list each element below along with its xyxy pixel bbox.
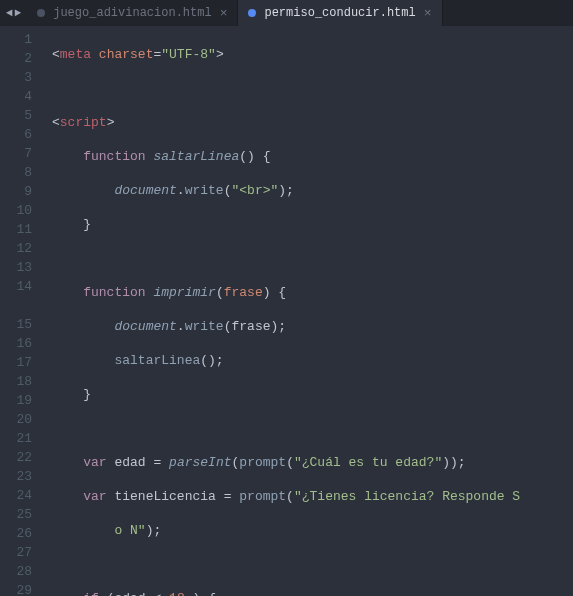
line-number: 29 <box>0 581 46 596</box>
tab-permiso-conducir[interactable]: permiso_conducir.html × <box>238 0 442 26</box>
line-number: 23 <box>0 467 46 486</box>
line-number: 25 <box>0 505 46 524</box>
line-number: 20 <box>0 410 46 429</box>
close-icon[interactable]: × <box>424 6 432 21</box>
line-number: 8 <box>0 163 46 182</box>
modified-dot-icon <box>248 9 256 17</box>
tab-bar: juego_adivinacion.html × permiso_conduci… <box>27 0 442 26</box>
line-number: 18 <box>0 372 46 391</box>
nav-arrows: ◄ ► <box>0 7 27 19</box>
tab-label: permiso_conducir.html <box>264 6 415 20</box>
line-number: 22 <box>0 448 46 467</box>
line-number: 14 <box>0 277 46 296</box>
nav-back-icon[interactable]: ◄ <box>6 7 13 19</box>
line-number: 9 <box>0 182 46 201</box>
line-number: 26 <box>0 524 46 543</box>
line-number: 12 <box>0 239 46 258</box>
line-number: 15 <box>0 315 46 334</box>
line-number: 4 <box>0 87 46 106</box>
line-number: 3 <box>0 68 46 87</box>
line-number: 17 <box>0 353 46 372</box>
line-number: 6 <box>0 125 46 144</box>
line-number: 27 <box>0 543 46 562</box>
nav-forward-icon[interactable]: ► <box>15 7 22 19</box>
editor: 1 2 3 4 5 6 7 8 9 10 11 12 13 14 15 16 1… <box>0 26 573 596</box>
line-number-gutter: 1 2 3 4 5 6 7 8 9 10 11 12 13 14 15 16 1… <box>0 26 46 596</box>
line-number: 1 <box>0 30 46 49</box>
code-area[interactable]: <meta charset="UTF-8"> <script> function… <box>46 26 573 596</box>
line-number: 16 <box>0 334 46 353</box>
line-number: 28 <box>0 562 46 581</box>
titlebar: ◄ ► juego_adivinacion.html × permiso_con… <box>0 0 573 26</box>
line-number: 5 <box>0 106 46 125</box>
modified-dot-icon <box>37 9 45 17</box>
line-number: 24 <box>0 486 46 505</box>
tab-label: juego_adivinacion.html <box>53 6 211 20</box>
tab-juego-adivinacion[interactable]: juego_adivinacion.html × <box>27 0 238 26</box>
close-icon[interactable]: × <box>220 6 228 21</box>
line-number: 11 <box>0 220 46 239</box>
line-number: 7 <box>0 144 46 163</box>
line-number <box>0 296 46 315</box>
line-number: 10 <box>0 201 46 220</box>
line-number: 13 <box>0 258 46 277</box>
line-number: 2 <box>0 49 46 68</box>
line-number: 21 <box>0 429 46 448</box>
line-number: 19 <box>0 391 46 410</box>
